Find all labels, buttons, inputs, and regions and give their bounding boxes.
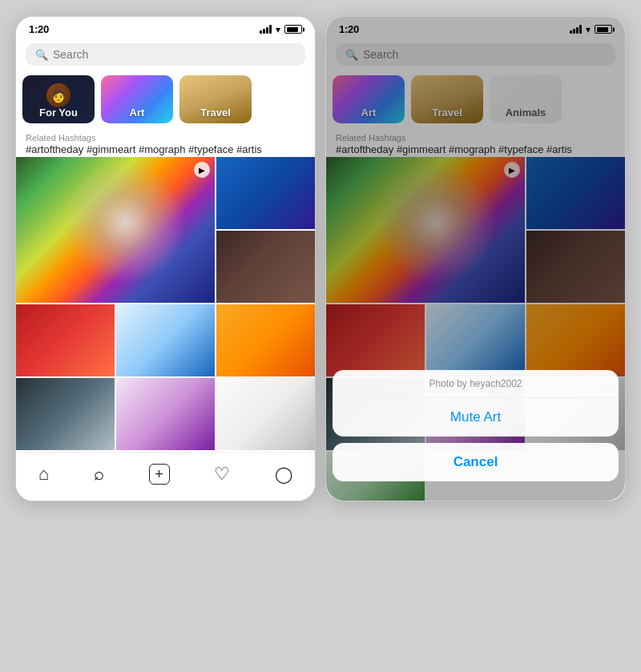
grid-cell-2-left[interactable]	[216, 157, 315, 229]
action-sheet: Photo by heyach2002 Mute Art Cancel	[326, 370, 625, 501]
nav-home-left[interactable]: ⌂	[30, 461, 57, 488]
mute-art-button[interactable]: Mute Art	[333, 398, 619, 437]
photo-grid-left: ▶	[16, 157, 315, 452]
search-nav-icon-left: ⌕	[94, 464, 104, 485]
wifi-icon-left: ▾	[276, 24, 280, 35]
cancel-button[interactable]: Cancel	[333, 443, 619, 481]
action-sheet-header: Photo by heyach2002	[333, 370, 619, 398]
nav-profile-left[interactable]: ◯	[267, 461, 300, 487]
status-time-left: 1:20	[29, 23, 49, 35]
battery-icon-left	[284, 25, 302, 34]
status-icons-left: ▾	[260, 24, 302, 35]
categories-left: 🧑 For You Art Travel	[16, 72, 315, 130]
grid-cell-6-left[interactable]	[216, 304, 315, 376]
grid-cell-8-left[interactable]	[116, 378, 215, 450]
grid-cell-5-left[interactable]	[116, 304, 215, 376]
action-sheet-card: Photo by heyach2002 Mute Art	[333, 370, 619, 437]
play-icon-left: ▶	[194, 162, 210, 178]
hashtags-tags-left: #artoftheday #gimmeart #mograph #typefac…	[26, 143, 305, 155]
category-art-left[interactable]: Art	[101, 75, 173, 123]
search-bar-left[interactable]: 🔍	[26, 43, 305, 66]
category-art-label-left: Art	[101, 107, 173, 119]
signal-icon-left	[260, 25, 272, 34]
category-travel-left[interactable]: Travel	[179, 75, 252, 123]
grid-cell-7-left[interactable]	[16, 378, 115, 450]
search-bar-wrapper-left: 🔍	[16, 38, 315, 72]
category-travel-label-left: Travel	[179, 107, 252, 119]
profile-icon-left: ◯	[275, 465, 292, 484]
nav-search-left[interactable]: ⌕	[86, 461, 112, 488]
right-phone: 1:20 ▾ 🔍 Art Travel	[325, 16, 626, 501]
action-sheet-overlay: Photo by heyach2002 Mute Art Cancel	[326, 17, 625, 501]
add-icon-left: +	[149, 464, 170, 485]
home-icon-left: ⌂	[38, 464, 49, 485]
hashtags-label-left: Related Hashtags	[26, 133, 305, 143]
category-for-you[interactable]: 🧑 For You	[22, 75, 95, 123]
related-hashtags-left: Related Hashtags #artoftheday #gimmeart …	[16, 130, 315, 157]
search-input-left[interactable]	[53, 48, 296, 61]
category-for-you-label: For You	[22, 107, 95, 119]
status-bar-left: 1:20 ▾	[16, 17, 315, 38]
left-phone: 1:20 ▾ 🔍 🧑 For You	[15, 16, 316, 501]
grid-cell-9-left[interactable]	[216, 378, 315, 450]
bottom-nav-left: ⌂ ⌕ + ♡ ◯	[16, 452, 315, 501]
nav-add-left[interactable]: +	[141, 461, 178, 488]
heart-icon-left: ♡	[214, 464, 230, 485]
grid-cell-3-left[interactable]	[216, 231, 315, 303]
grid-cell-4-left[interactable]	[16, 304, 115, 376]
avatar-for-you: 🧑	[46, 83, 71, 107]
grid-cell-art-main-left[interactable]: ▶	[16, 157, 215, 303]
search-icon-left: 🔍	[35, 49, 48, 61]
nav-heart-left[interactable]: ♡	[206, 461, 238, 488]
